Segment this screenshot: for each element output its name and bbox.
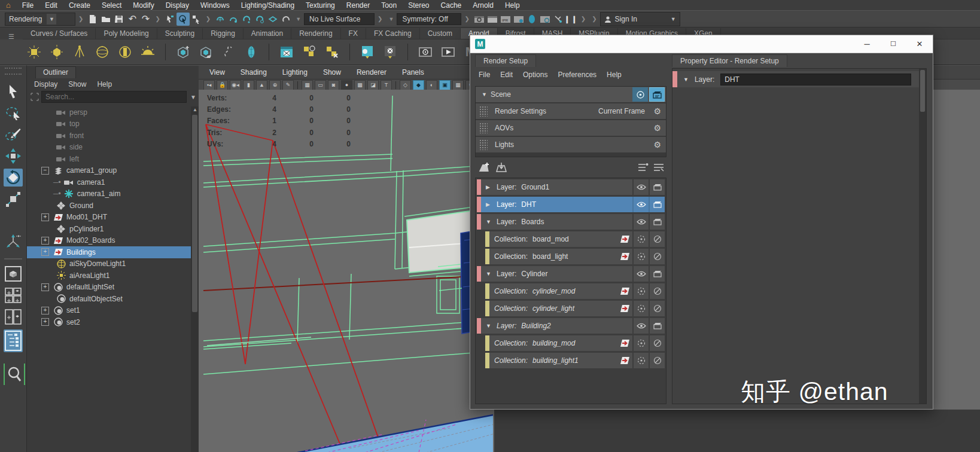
safe-action-icon[interactable]: ◪ [367, 80, 379, 90]
chevron-down-icon[interactable]: ▼ [296, 16, 301, 22]
make-live-icon[interactable] [266, 13, 279, 26]
expand-triangle-icon[interactable]: ▶ [486, 201, 492, 207]
render-denoise-icon[interactable] [323, 43, 341, 61]
layout-four-pane-icon[interactable] [4, 286, 23, 304]
layer-row-ground1[interactable]: ▶Layer:Ground1 [477, 179, 665, 195]
menu-help[interactable]: Help [505, 1, 520, 10]
scroll-up-icon[interactable]: ▲ [193, 107, 197, 112]
collection-row-board-mod[interactable]: Collection:board_mod [485, 231, 665, 247]
menu-select[interactable]: Select [102, 1, 121, 10]
expand-icon[interactable]: + [41, 307, 49, 314]
collection-filter-icon[interactable] [617, 301, 632, 316]
collapse-triangle-icon[interactable]: ▼ [482, 91, 487, 97]
outliner-search-input[interactable] [41, 91, 187, 103]
shelf-tab-fx-caching[interactable]: FX Caching [366, 28, 420, 39]
outliner-item-defaultobjectset[interactable]: defaultObjectSet [27, 293, 191, 305]
chevron-down-icon[interactable]: ▼ [388, 16, 394, 22]
rs-menu-help[interactable]: Help [607, 71, 622, 79]
close-icon[interactable]: ✕ [906, 36, 933, 53]
import-layer-icon[interactable] [493, 160, 510, 175]
create-layer-icon[interactable] [476, 160, 493, 175]
arnold-volume-icon[interactable] [242, 43, 260, 61]
gate-mask-icon[interactable]: ● [341, 80, 352, 90]
layer-visibility-icon[interactable] [632, 214, 649, 230]
layer-row-building2[interactable]: ▼Layer:Building2 [477, 318, 665, 334]
render-frame-icon[interactable] [278, 43, 296, 61]
arnold-mesh-light-icon[interactable] [48, 43, 66, 61]
expand-icon[interactable]: + [41, 248, 49, 256]
undo-icon[interactable]: ↶ [126, 13, 139, 26]
snap-to-projected-center-icon[interactable] [253, 13, 266, 26]
layer-visibility-icon[interactable] [632, 197, 649, 212]
property-editor-scrollbar[interactable] [919, 69, 926, 404]
lock-camera-icon[interactable]: 🔒 [217, 80, 228, 90]
shelf-tab-animation[interactable]: Animation [244, 28, 291, 39]
gear-icon[interactable]: ⚙ [653, 140, 661, 149]
collapse-triangle-icon[interactable]: ▼ [486, 323, 492, 329]
outliner-item-set2[interactable]: +set2 [27, 316, 191, 328]
property-editor-tab[interactable]: Property Editor - Render Setup [672, 54, 787, 67]
collection-row-building-mod[interactable]: Collection:building_mod [485, 335, 665, 351]
outliner-item-buildings[interactable]: +Buildings [27, 246, 191, 258]
scene-renderable-icon[interactable] [649, 87, 665, 102]
expand-icon[interactable]: + [41, 237, 49, 245]
greasepencil-icon[interactable]: ✎ [282, 80, 294, 90]
menu-render[interactable]: Render [346, 1, 370, 10]
collection-isolate-icon[interactable] [649, 283, 665, 299]
gear-icon[interactable]: ⚙ [653, 106, 661, 116]
group-collapse-icon[interactable]: ❯ [206, 16, 211, 22]
scene-visibility-icon[interactable] [632, 87, 648, 102]
layer-row-dht[interactable]: ▶Layer:DHT [477, 197, 665, 212]
render-setup-pane-tab[interactable]: Render Setup [475, 54, 536, 67]
arnold-standin-create-icon[interactable] [174, 43, 192, 61]
scene-header-row[interactable]: ▼ Scene [476, 87, 666, 102]
menu-texturing[interactable]: Texturing [306, 1, 335, 10]
save-scene-icon[interactable] [112, 13, 126, 26]
shelf-tab-sculpting[interactable]: Sculpting [157, 28, 203, 39]
snap-to-point-icon[interactable] [240, 13, 253, 26]
layer-visibility-icon[interactable] [632, 318, 649, 334]
drag-handle-icon[interactable] [479, 106, 488, 117]
arnold-skydome-light-icon[interactable] [93, 43, 111, 61]
collection-isolate-icon[interactable] [649, 249, 665, 264]
open-scene-icon[interactable] [99, 13, 112, 26]
home-icon[interactable]: ⌂ [6, 1, 11, 10]
collapse-triangle-icon[interactable]: ▼ [486, 219, 492, 225]
rotate-tool-icon[interactable] [4, 169, 23, 187]
zoom-tool-icon[interactable] [4, 364, 25, 385]
drag-handle-icon[interactable] [479, 123, 488, 133]
layer-renderable-icon[interactable] [649, 266, 665, 282]
collection-enable-icon[interactable] [632, 283, 649, 299]
viewport-menu-show[interactable]: Show [323, 68, 341, 77]
symmetry-field[interactable]: Symmetry: Off [397, 13, 461, 25]
shelf-tab-fx[interactable]: FX [341, 28, 366, 39]
menu-stereo[interactable]: Stereo [408, 1, 429, 10]
layout-single-pane-icon[interactable] [4, 265, 23, 283]
window-titlebar[interactable]: M ─ ☐ ✕ [470, 35, 933, 53]
new-scene-icon[interactable] [86, 13, 99, 26]
field-chart-icon[interactable]: ▩ [354, 80, 366, 90]
collapse-icon[interactable]: − [41, 167, 49, 175]
viewport-menu-panels[interactable]: Panels [402, 68, 424, 77]
layer-renderable-icon[interactable] [649, 318, 665, 334]
select-tool-icon[interactable] [4, 83, 23, 100]
group-collapse-icon[interactable]: ❯ [78, 16, 83, 22]
viewport-menu-renderer[interactable]: Renderer [357, 68, 386, 77]
collection-filter-icon[interactable] [617, 283, 632, 299]
viewport-menu-lighting[interactable]: Lighting [282, 68, 308, 77]
arnold-curve-collector-icon[interactable] [220, 43, 238, 61]
outliner-item-aiarealight1[interactable]: aiAreaLight1 [27, 270, 191, 282]
menu-toon[interactable]: Toon [381, 1, 397, 10]
outliner-item-mod02-boards[interactable]: +Mod02_Boards [27, 235, 191, 247]
group-collapse-icon[interactable]: ❯ [378, 16, 382, 22]
layer-row-boards[interactable]: ▼Layer:Boards [477, 214, 665, 230]
expand-triangle-icon[interactable]: ▶ [486, 184, 492, 190]
viewport-menu-view[interactable]: View [209, 68, 225, 77]
layer-property-row[interactable]: ▼ Layer: [672, 71, 926, 87]
rs-menu-preferences[interactable]: Preferences [558, 71, 596, 79]
move-tool-icon[interactable] [4, 147, 23, 165]
expand-icon[interactable]: + [41, 213, 49, 221]
collection-row-cylinder-mod[interactable]: Collection:cylinder_mod [485, 283, 665, 299]
wireframe-icon[interactable]: ◇ [400, 80, 411, 90]
collection-filter-icon[interactable] [617, 231, 632, 247]
